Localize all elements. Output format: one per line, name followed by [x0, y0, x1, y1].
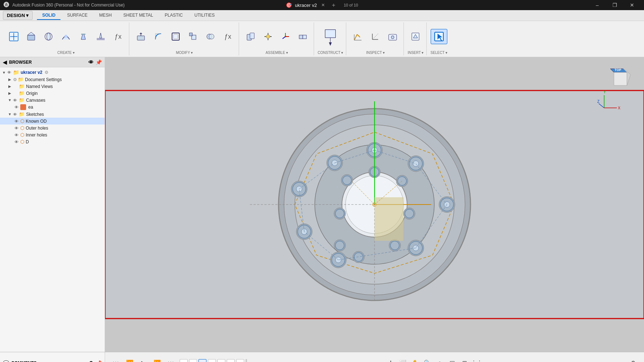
ribbon-group-select: SELECT ▾	[427, 22, 450, 55]
sketches-visibility[interactable]: 👁	[13, 112, 18, 117]
tab-utilities[interactable]: UTILITIES	[189, 11, 220, 20]
grid-btn[interactable]: ⊞	[459, 358, 469, 362]
design-dropdown[interactable]: DESIGN ▾	[3, 11, 33, 20]
rigid-group-btn[interactable]	[295, 29, 311, 44]
revolve-icon	[43, 31, 54, 42]
ribbon: ƒx CREATE ▾	[0, 21, 644, 57]
d-visibility[interactable]: 👁	[14, 140, 20, 144]
box-view-btn[interactable]: ⬜	[398, 358, 408, 362]
insert-main-btn[interactable]	[407, 29, 423, 44]
browser-eye-icon[interactable]: 👁	[88, 59, 93, 65]
sketches-expand[interactable]: ▼	[7, 112, 12, 117]
tree-named-views[interactable]: ▶ 📁 Named Views	[0, 83, 105, 90]
scale-btn[interactable]	[185, 29, 201, 44]
modify-fx-btn[interactable]: ƒx	[220, 29, 236, 44]
named-views-expand[interactable]: ▶	[7, 84, 12, 89]
canvases-expand[interactable]: ▼	[7, 98, 12, 103]
tree-sketch-outer-holes[interactable]: 👁 ⬡ Outer holes	[0, 125, 105, 131]
zoom-btn[interactable]: 🔍	[422, 358, 432, 362]
fx-btn[interactable]: ƒx	[110, 29, 126, 44]
minimize-btn[interactable]: –	[589, 0, 606, 10]
measure-icon	[369, 31, 381, 42]
new-sketch-btn[interactable]	[6, 29, 22, 44]
skip-back-btn[interactable]: ⏮	[111, 358, 121, 362]
tab-solid[interactable]: SOLID	[37, 11, 60, 20]
insert-icon	[410, 31, 421, 42]
forward-btn[interactable]: ⏩	[152, 358, 162, 362]
comments-pin-icon[interactable]: 📌	[96, 360, 102, 362]
tree-doc-settings[interactable]: ▶ ⚙ 📁 Document Settings	[0, 76, 105, 83]
outer-holes-visibility[interactable]: 👁	[14, 126, 20, 130]
zoom-fit-btn[interactable]: ⊖	[435, 358, 445, 362]
tree-root[interactable]: ▼ 👁 📁 ukracer v2 ⚙	[0, 69, 105, 76]
timeline-marker[interactable]	[246, 359, 247, 362]
skip-forward-btn[interactable]: ⏭	[166, 358, 176, 362]
view-settings-btn[interactable]: ⋮⋮	[472, 358, 482, 362]
tree-sketch-inner-holes[interactable]: 👁 ⬡ Inner holes	[0, 131, 105, 138]
ribbon-group-inspect: INSPECT ▾	[347, 22, 404, 55]
inner-holes-visibility[interactable]: 👁	[14, 133, 20, 137]
extrude-btn[interactable]	[23, 29, 39, 44]
tree-canvases[interactable]: ▼ 👁 📁 Canvases	[0, 97, 105, 104]
tab-mesh[interactable]: MESH	[94, 11, 117, 20]
browser-collapse-icon[interactable]: ◀	[3, 59, 7, 65]
tab-sheet-metal[interactable]: SHEET METAL	[118, 11, 158, 20]
rib-btn[interactable]	[93, 29, 109, 44]
timeline-settings-btn[interactable]: ⚙	[628, 358, 638, 362]
assemble-new-comp-btn[interactable]	[243, 29, 259, 44]
timeline-item-2[interactable]	[189, 359, 197, 362]
tree-origin[interactable]: ▶ 📁 Origin	[0, 90, 105, 97]
inspect-main-btn[interactable]	[350, 29, 366, 44]
timeline-item-4[interactable]	[208, 359, 216, 362]
joint-origin-btn[interactable]	[277, 29, 293, 44]
close-tab-btn[interactable]: ✕	[321, 3, 325, 8]
comments-settings-icon[interactable]: ⚙	[89, 360, 93, 362]
back-btn[interactable]: ⏪	[125, 358, 135, 362]
root-settings-icon[interactable]: ⚙	[45, 70, 49, 75]
timeline-item-3[interactable]	[198, 359, 206, 362]
inspect-buttons	[350, 22, 401, 51]
pan-btn[interactable]: ✋	[410, 358, 420, 362]
file-tab-label[interactable]: ukracer v2	[295, 3, 317, 8]
close-btn[interactable]: ✕	[624, 0, 640, 10]
root-expand-arrow[interactable]: ▼	[1, 70, 7, 75]
tree-sketches[interactable]: ▼ 👁 📁 Sketches	[0, 111, 105, 118]
camera-btn[interactable]	[385, 29, 401, 44]
joint-btn[interactable]	[260, 29, 276, 44]
doc-settings-expand[interactable]: ▶	[7, 77, 12, 82]
measure-btn[interactable]	[367, 29, 383, 44]
combine-btn[interactable]	[202, 29, 218, 44]
select-main-btn[interactable]	[431, 29, 447, 44]
play-btn[interactable]: ▶	[138, 358, 149, 362]
press-pull-btn[interactable]	[133, 29, 149, 44]
timeline-item-7[interactable]	[236, 359, 244, 362]
restore-btn[interactable]: ❐	[606, 0, 623, 10]
fillet-btn[interactable]	[150, 29, 166, 44]
timeline-item-1[interactable]	[180, 359, 188, 362]
snap-btn[interactable]: ✛	[385, 358, 396, 362]
shell-btn[interactable]	[168, 29, 184, 44]
construct-main-btn[interactable]	[322, 29, 338, 44]
timeline-item-5[interactable]	[217, 359, 225, 362]
timeline-item-6[interactable]	[227, 359, 235, 362]
root-visibility[interactable]: 👁	[7, 70, 12, 75]
tree-canvas-ea[interactable]: 👁 ea	[0, 104, 105, 111]
view-cube[interactable]: Y X Z TOP	[597, 64, 637, 111]
insert-label: INSERT ▾	[407, 51, 423, 55]
tab-plastic[interactable]: PLASTIC	[160, 11, 188, 20]
sweep-btn[interactable]	[58, 29, 74, 44]
inspect-label: INSPECT ▾	[366, 51, 385, 55]
known-od-visibility[interactable]: 👁	[14, 119, 20, 123]
tab-surface[interactable]: SURFACE	[62, 11, 93, 20]
display-mode-btn[interactable]: ▣	[447, 358, 457, 362]
tree-sketch-d[interactable]: 👁 ⬡ D	[0, 138, 105, 145]
canvas-ea-visibility[interactable]: 👁	[14, 105, 20, 109]
origin-expand[interactable]: ▶	[7, 91, 12, 96]
revolve-btn[interactable]	[41, 29, 57, 44]
tree-sketch-known-od[interactable]: 👁 ⬡ Known OD	[0, 118, 105, 125]
add-tab-btn[interactable]: ＋	[331, 1, 336, 9]
viewport[interactable]: Y X Z TOP	[105, 57, 644, 352]
browser-pin-icon[interactable]: 📌	[96, 59, 102, 65]
canvases-visibility[interactable]: 👁	[13, 98, 18, 102]
loft-btn[interactable]	[75, 29, 91, 44]
